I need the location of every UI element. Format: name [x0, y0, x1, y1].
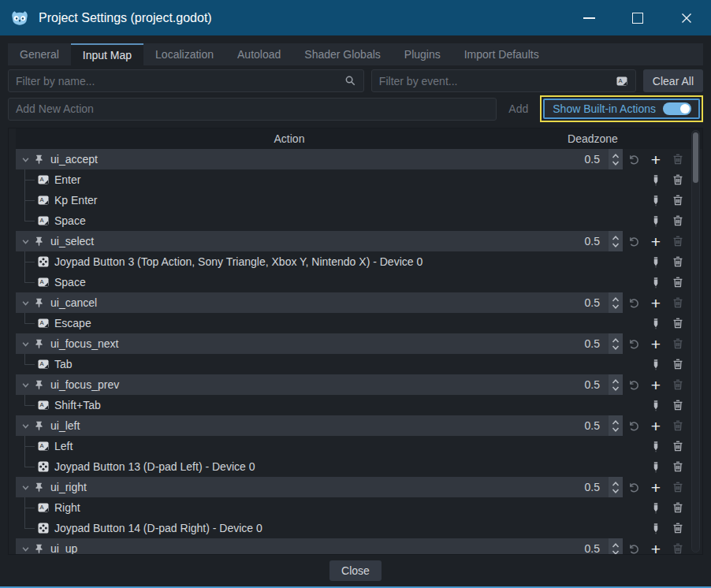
edit-event-button[interactable]	[645, 190, 667, 210]
close-window-button[interactable]	[662, 0, 711, 35]
revert-deadzone-button[interactable]	[623, 415, 645, 436]
deadzone-spinbox[interactable]: 0.5	[585, 538, 623, 555]
edit-event-button[interactable]	[645, 169, 667, 190]
remove-event-button[interactable]	[667, 251, 689, 272]
close-button[interactable]: Close	[329, 560, 382, 581]
add-event-button[interactable]: +	[645, 477, 667, 497]
event-row[interactable]: AEscape	[16, 313, 702, 333]
add-event-button[interactable]: +	[645, 292, 667, 313]
add-button[interactable]: Add	[500, 102, 537, 115]
event-row[interactable]: Joypad Button 14 (D-pad Right) - Device …	[16, 518, 702, 538]
edit-event-button[interactable]	[645, 395, 667, 415]
edit-event-button[interactable]	[645, 497, 667, 518]
remove-action-button[interactable]	[667, 374, 689, 395]
spinbox-updown-icon[interactable]	[609, 292, 623, 313]
event-row[interactable]: ALeft	[16, 436, 702, 456]
deadzone-spinbox[interactable]: 0.5	[585, 333, 623, 354]
show-builtin-actions-toggle[interactable]: Show Built-in Actions	[543, 99, 700, 119]
spinbox-updown-icon[interactable]	[609, 415, 623, 436]
remove-action-button[interactable]	[667, 231, 689, 251]
remove-action-button[interactable]	[667, 415, 689, 436]
toggle-on-icon[interactable]	[663, 102, 691, 115]
remove-event-button[interactable]	[667, 518, 689, 538]
remove-event-button[interactable]	[667, 190, 689, 210]
edit-event-button[interactable]	[645, 456, 667, 477]
collapse-chevron-icon[interactable]	[19, 483, 32, 492]
add-event-button[interactable]: +	[645, 231, 667, 251]
tab-general[interactable]: General	[8, 43, 71, 65]
edit-event-button[interactable]	[645, 518, 667, 538]
remove-action-button[interactable]	[667, 333, 689, 354]
deadzone-spinbox[interactable]: 0.5	[585, 292, 623, 313]
filter-by-name-input[interactable]: Filter by name...	[8, 69, 364, 92]
remove-event-button[interactable]	[667, 169, 689, 190]
tab-import-defaults[interactable]: Import Defaults	[452, 43, 551, 65]
collapse-chevron-icon[interactable]	[19, 422, 32, 430]
revert-deadzone-button[interactable]	[623, 231, 645, 251]
remove-action-button[interactable]	[667, 292, 689, 313]
revert-deadzone-button[interactable]	[623, 333, 645, 354]
event-row[interactable]: AEnter	[16, 169, 702, 190]
tab-shader-globals[interactable]: Shader Globals	[292, 43, 393, 65]
deadzone-spinbox[interactable]: 0.5	[585, 477, 623, 497]
add-event-button[interactable]: +	[645, 538, 667, 555]
maximize-button[interactable]	[613, 0, 662, 35]
remove-event-button[interactable]	[667, 354, 689, 374]
tab-plugins[interactable]: Plugins	[393, 43, 452, 65]
spinbox-updown-icon[interactable]	[609, 333, 623, 354]
scrollbar-handle[interactable]	[693, 132, 698, 183]
tab-localization[interactable]: Localization	[143, 43, 225, 65]
event-row[interactable]: ASpace	[16, 272, 702, 292]
edit-event-button[interactable]	[645, 354, 667, 374]
revert-deadzone-button[interactable]	[623, 292, 645, 313]
collapse-chevron-icon[interactable]	[19, 381, 32, 389]
revert-deadzone-button[interactable]	[623, 149, 645, 169]
event-row[interactable]: ASpace	[16, 210, 702, 231]
action-row[interactable]: ui_up0.5+	[16, 538, 702, 555]
remove-action-button[interactable]	[667, 538, 689, 555]
action-row[interactable]: ui_cancel0.5+	[16, 292, 702, 313]
collapse-chevron-icon[interactable]	[19, 340, 32, 348]
event-row[interactable]: AShift+Tab	[16, 395, 702, 415]
action-row[interactable]: ui_select0.5+	[16, 231, 702, 251]
spinbox-updown-icon[interactable]	[609, 538, 623, 555]
spinbox-updown-icon[interactable]	[609, 149, 623, 169]
edit-event-button[interactable]	[645, 436, 667, 456]
vertical-scrollbar[interactable]	[691, 130, 700, 553]
remove-event-button[interactable]	[667, 456, 689, 477]
tab-autoload[interactable]: Autoload	[225, 43, 292, 65]
remove-action-button[interactable]	[667, 477, 689, 497]
remove-event-button[interactable]	[667, 313, 689, 333]
collapse-chevron-icon[interactable]	[19, 237, 32, 246]
add-event-button[interactable]: +	[645, 374, 667, 395]
tab-input-map[interactable]: Input Map	[71, 43, 143, 65]
remove-event-button[interactable]	[667, 395, 689, 415]
add-event-button[interactable]: +	[645, 149, 667, 169]
action-row[interactable]: ui_left0.5+	[16, 415, 702, 436]
add-new-action-input[interactable]: Add New Action	[8, 98, 497, 121]
edit-event-button[interactable]	[645, 210, 667, 231]
action-row[interactable]: ui_focus_prev0.5+	[16, 374, 702, 395]
remove-event-button[interactable]	[667, 497, 689, 518]
edit-event-button[interactable]	[645, 313, 667, 333]
collapse-chevron-icon[interactable]	[19, 299, 32, 307]
event-row[interactable]: Joypad Button 13 (D-pad Left) - Device 0	[16, 456, 702, 477]
collapse-chevron-icon[interactable]	[19, 155, 32, 164]
add-event-button[interactable]: +	[645, 333, 667, 354]
action-row[interactable]: ui_right0.5+	[16, 477, 702, 497]
deadzone-spinbox[interactable]: 0.5	[585, 374, 623, 395]
revert-deadzone-button[interactable]	[623, 374, 645, 395]
filter-by-event-input[interactable]: Filter by event... A	[371, 69, 636, 92]
event-row[interactable]: AKp Enter	[16, 190, 702, 210]
action-row[interactable]: ui_focus_next0.5+	[16, 333, 702, 354]
remove-action-button[interactable]	[667, 149, 689, 169]
edit-event-button[interactable]	[645, 272, 667, 292]
deadzone-spinbox[interactable]: 0.5	[585, 149, 623, 169]
spinbox-updown-icon[interactable]	[609, 374, 623, 395]
action-row[interactable]: ui_accept0.5+	[16, 149, 702, 169]
add-event-button[interactable]: +	[645, 415, 667, 436]
deadzone-spinbox[interactable]: 0.5	[585, 231, 623, 251]
spinbox-updown-icon[interactable]	[609, 231, 623, 251]
remove-event-button[interactable]	[667, 272, 689, 292]
event-row[interactable]: ATab	[16, 354, 702, 374]
